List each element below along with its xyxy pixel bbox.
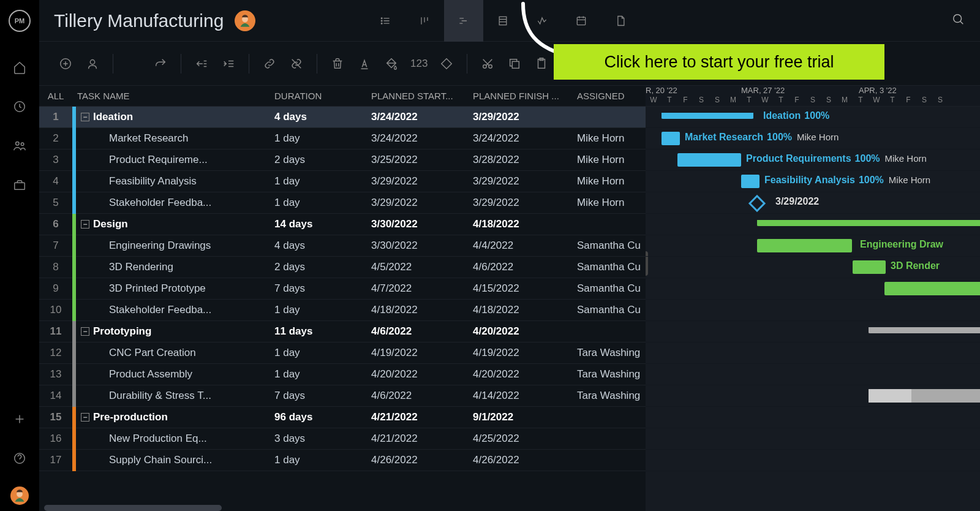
col-all[interactable]: ALL (39, 91, 72, 101)
project-avatar-icon[interactable] (235, 10, 255, 31)
task-assigned[interactable]: Mike Horn (577, 175, 646, 187)
task-row[interactable]: 10Stakeholder Feedba...1 day4/18/20224/1… (39, 300, 646, 321)
task-row[interactable]: 13Product Assembly1 day4/20/20224/20/202… (39, 364, 646, 385)
task-start[interactable]: 4/19/2022 (371, 347, 473, 359)
task-duration[interactable]: 2 days (274, 154, 371, 166)
gantt-summary-bar[interactable] (662, 113, 753, 119)
gantt-task-bar[interactable] (884, 282, 980, 295)
task-finish[interactable]: 4/4/2022 (473, 240, 577, 252)
task-duration[interactable]: 1 day (274, 304, 371, 316)
task-assigned[interactable]: Mike Horn (577, 132, 646, 145)
task-assigned[interactable]: Tara Washing (577, 347, 646, 359)
task-finish[interactable]: 4/18/2022 (473, 304, 577, 316)
gantt-task-bar[interactable] (853, 260, 886, 274)
task-start[interactable]: 4/6/2022 (371, 390, 473, 402)
task-duration[interactable]: 11 days (274, 325, 371, 338)
gantt-row[interactable]: Ideation100% (646, 107, 980, 128)
task-duration[interactable]: 2 days (274, 261, 371, 273)
gantt-task-bar[interactable] (757, 239, 852, 252)
task-duration[interactable]: 4 days (274, 240, 371, 252)
task-finish[interactable]: 3/29/2022 (473, 197, 577, 209)
task-duration[interactable]: 4 days (274, 111, 371, 123)
task-row[interactable]: 15−Pre-production96 days4/21/20229/1/202… (39, 407, 646, 428)
task-start[interactable]: 4/21/2022 (371, 433, 473, 445)
task-row[interactable]: 14Durability & Stress T...7 days4/6/2022… (39, 385, 646, 407)
task-finish[interactable]: 4/6/2022 (473, 261, 577, 273)
col-name[interactable]: TASK NAME (72, 91, 274, 101)
gantt-row[interactable] (646, 343, 980, 364)
task-finish[interactable]: 4/26/2022 (473, 454, 577, 466)
task-row[interactable]: 2Market Research1 day3/24/20223/24/2022M… (39, 128, 646, 150)
gantt-row[interactable] (646, 450, 980, 471)
user-avatar-icon[interactable] (10, 486, 29, 505)
col-start[interactable]: PLANNED START... (371, 91, 473, 101)
gantt-task-bar[interactable] (677, 153, 741, 167)
home-icon[interactable] (9, 56, 31, 78)
task-row[interactable]: 1−Ideation4 days3/24/20223/29/2022 (39, 107, 646, 128)
task-duration[interactable]: 96 days (274, 411, 371, 423)
task-row[interactable]: 12CNC Part Creation1 day4/19/20224/19/20… (39, 343, 646, 364)
task-finish[interactable]: 3/28/2022 (473, 154, 577, 166)
task-start[interactable]: 3/29/2022 (371, 197, 473, 209)
task-duration[interactable]: 1 day (274, 175, 371, 187)
gantt-row[interactable]: Product Requirements100%Mike Horn (646, 150, 980, 171)
gantt-row[interactable]: 3D Render (646, 257, 980, 278)
task-finish[interactable]: 4/20/2022 (473, 368, 577, 380)
milestone-icon[interactable] (435, 52, 458, 75)
task-duration[interactable]: 7 days (274, 390, 371, 402)
task-finish[interactable]: 4/19/2022 (473, 347, 577, 359)
task-finish[interactable]: 3/29/2022 (473, 111, 577, 123)
link-icon[interactable] (258, 52, 281, 75)
search-icon[interactable] (952, 13, 965, 29)
delete-icon[interactable] (326, 52, 349, 75)
text-color-icon[interactable] (353, 52, 376, 75)
task-duration[interactable]: 7 days (274, 282, 371, 295)
redo-icon[interactable] (149, 52, 172, 75)
gantt-task-bar[interactable] (869, 389, 980, 403)
task-finish[interactable]: 4/25/2022 (473, 433, 577, 445)
view-gantt-icon[interactable] (444, 0, 483, 42)
task-start[interactable]: 4/20/2022 (371, 368, 473, 380)
horizontal-scrollbar[interactable] (44, 505, 222, 511)
task-start[interactable]: 3/24/2022 (371, 111, 473, 123)
task-start[interactable]: 3/30/2022 (371, 240, 473, 252)
copy-icon[interactable] (503, 52, 526, 75)
col-finish[interactable]: PLANNED FINISH ... (473, 91, 577, 101)
task-assigned[interactable]: Samantha Cu (577, 240, 646, 252)
task-finish[interactable]: 4/18/2022 (473, 218, 577, 230)
task-duration[interactable]: 14 days (274, 218, 371, 230)
task-duration[interactable]: 1 day (274, 368, 371, 380)
clock-icon[interactable] (9, 96, 31, 118)
col-assigned[interactable]: ASSIGNED (577, 91, 646, 101)
app-logo[interactable]: PM (9, 10, 31, 32)
gantt-body[interactable]: Ideation100%Market Research100%Mike Horn… (646, 107, 980, 471)
view-board-icon[interactable] (405, 0, 444, 42)
briefcase-icon[interactable] (9, 174, 31, 196)
task-duration[interactable]: 1 day (274, 454, 371, 466)
gantt-row[interactable] (646, 385, 980, 407)
task-assigned[interactable]: Samantha Cu (577, 261, 646, 273)
gantt-row[interactable] (646, 428, 980, 450)
cta-banner[interactable]: Click here to start your free trial (554, 44, 884, 80)
gantt-row[interactable]: Engineering Draw (646, 235, 980, 257)
task-row[interactable]: 11−Prototyping11 days4/6/20224/20/2022 (39, 321, 646, 343)
task-finish[interactable]: 4/15/2022 (473, 282, 577, 295)
gantt-row[interactable] (646, 300, 980, 321)
task-duration[interactable]: 3 days (274, 433, 371, 445)
task-start[interactable]: 4/5/2022 (371, 261, 473, 273)
wbs-toggle[interactable]: 123 (407, 58, 431, 70)
task-finish[interactable]: 4/14/2022 (473, 390, 577, 402)
task-duration[interactable]: 1 day (274, 197, 371, 209)
view-sheet-icon[interactable] (483, 0, 522, 42)
task-start[interactable]: 4/21/2022 (371, 411, 473, 423)
indent-icon[interactable] (217, 52, 240, 75)
task-row[interactable]: 6−Design14 days3/30/20224/18/2022 (39, 214, 646, 235)
task-finish[interactable]: 3/29/2022 (473, 175, 577, 187)
task-row[interactable]: 93D Printed Prototype7 days4/7/20224/15/… (39, 278, 646, 300)
task-start[interactable]: 3/24/2022 (371, 132, 473, 145)
unlink-icon[interactable] (285, 52, 308, 75)
collapse-toggle[interactable]: − (81, 113, 89, 121)
view-file-icon[interactable] (601, 0, 640, 42)
task-assigned[interactable]: Mike Horn (577, 154, 646, 166)
task-row[interactable]: 7Engineering Drawings4 days3/30/20224/4/… (39, 235, 646, 257)
